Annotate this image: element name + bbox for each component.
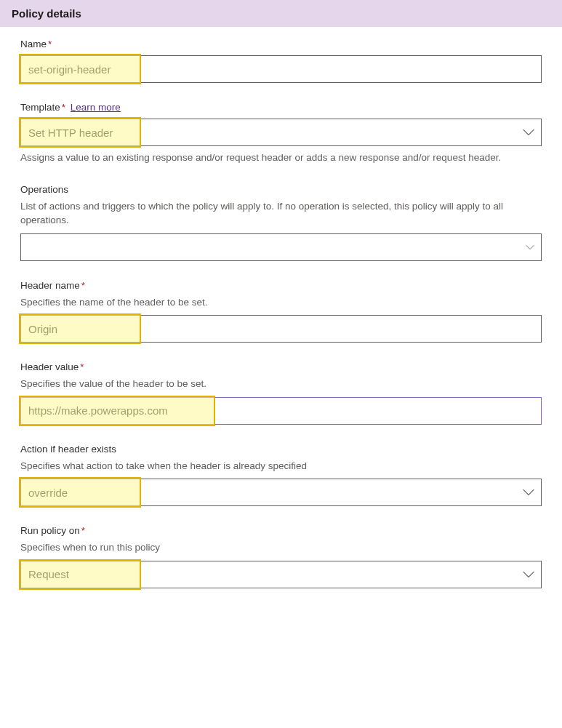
header-name-label: Header name: [20, 280, 80, 291]
required-asterisk: *: [80, 361, 84, 372]
template-dropdown[interactable]: Set HTTP header: [20, 119, 542, 146]
run-on-label-row: Run policy on*: [20, 525, 542, 536]
section-title: Policy details: [12, 7, 81, 20]
template-label-row: Template* Learn more: [20, 102, 542, 113]
required-asterisk: *: [62, 102, 65, 113]
header-value-desc: Specifies the value of the header to be …: [20, 377, 542, 391]
run-on-value: Request: [21, 561, 541, 588]
run-on-label: Run policy on: [20, 525, 80, 536]
operations-desc: List of actions and triggers to which th…: [20, 199, 542, 228]
header-name-input-wrapper: [20, 315, 542, 343]
section-header: Policy details: [0, 0, 562, 27]
operations-label-row: Operations: [20, 184, 542, 195]
header-name-input[interactable]: [21, 316, 541, 342]
header-name-label-row: Header name*: [20, 280, 542, 291]
header-value-input-wrapper: [20, 397, 542, 425]
operations-label: Operations: [20, 184, 68, 195]
header-name-desc: Specifies the name of the header to be s…: [20, 295, 542, 310]
form-body: Name* Template* Learn more Set HTTP head…: [0, 27, 562, 613]
field-header-value: Header value* Specifies the value of the…: [20, 361, 542, 425]
action-exists-dropdown[interactable]: override: [20, 479, 542, 506]
required-asterisk: *: [81, 525, 85, 536]
operations-dropdown[interactable]: [20, 233, 542, 261]
field-action-exists: Action if header exists Specifies what a…: [20, 444, 542, 507]
header-value-label-row: Header value*: [20, 361, 542, 372]
name-label: Name: [20, 39, 47, 49]
required-asterisk: *: [48, 39, 52, 49]
operations-value: [21, 234, 541, 260]
action-exists-desc: Specifies what action to take when the h…: [20, 459, 542, 473]
name-input[interactable]: [21, 56, 541, 82]
field-operations: Operations List of actions and triggers …: [20, 184, 542, 261]
action-exists-value: override: [21, 479, 541, 505]
field-run-on: Run policy on* Specifies when to run thi…: [20, 525, 542, 588]
learn-more-link[interactable]: Learn more: [71, 102, 121, 113]
field-template: Template* Learn more Set HTTP header Ass…: [20, 102, 542, 165]
name-label-row: Name*: [20, 39, 542, 49]
required-asterisk: *: [81, 280, 85, 291]
name-input-wrapper: [20, 55, 542, 83]
field-header-name: Header name* Specifies the name of the h…: [20, 280, 542, 343]
field-name: Name*: [20, 39, 542, 83]
template-desc: Assigns a value to an existing response …: [20, 151, 542, 165]
action-exists-label-row: Action if header exists: [20, 444, 542, 455]
run-on-desc: Specifies when to run this policy: [20, 540, 542, 555]
run-on-dropdown[interactable]: Request: [20, 561, 542, 588]
header-value-label: Header value: [20, 361, 79, 372]
template-value: Set HTTP header: [21, 119, 541, 145]
template-label: Template: [20, 102, 60, 113]
header-value-input[interactable]: [21, 398, 541, 424]
action-exists-label: Action if header exists: [20, 444, 116, 455]
